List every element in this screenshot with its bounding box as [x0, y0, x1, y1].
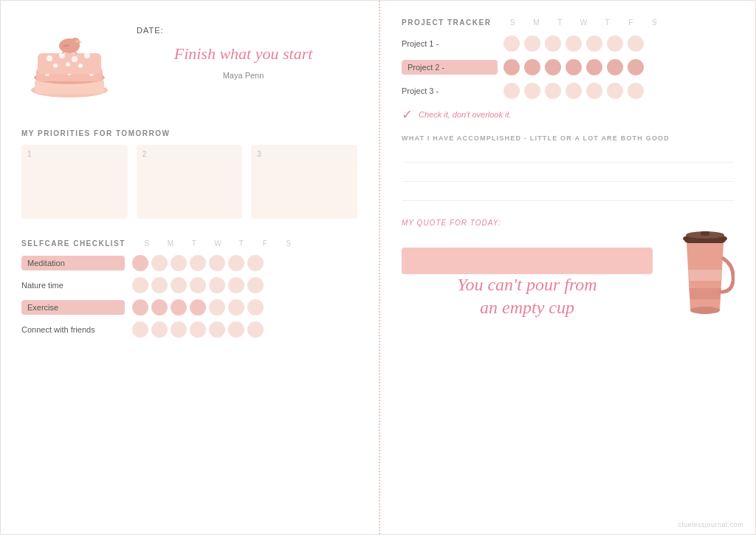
circle[interactable] [171, 299, 187, 316]
proj-circle[interactable] [524, 59, 540, 75]
coffee-cup-illustration [676, 225, 735, 329]
checkmark-icon: ✓ [402, 106, 413, 123]
proj-circle[interactable] [524, 83, 540, 99]
proj-circle[interactable] [504, 35, 520, 52]
circle[interactable] [132, 321, 148, 338]
proj-circle[interactable] [607, 35, 623, 52]
project-tracker-header: PROJECT TRACKER S M T W T F S [402, 18, 735, 27]
quote-line-1: You can't pour from [457, 275, 597, 294]
circle[interactable] [247, 255, 264, 271]
proj-circle[interactable] [586, 59, 602, 75]
circle[interactable] [171, 277, 187, 293]
circle[interactable] [151, 299, 168, 316]
svg-point-14 [53, 64, 58, 68]
proj-circle[interactable] [586, 83, 602, 99]
nature-circles [132, 277, 264, 293]
left-panel: DATE: Finish what you start Maya Penn MY… [1, 1, 378, 534]
checklist-row-exercise: Exercise [21, 299, 357, 316]
nature-label: Nature time [21, 281, 125, 290]
date-label: DATE: [137, 26, 164, 35]
circle[interactable] [132, 299, 148, 316]
circle[interactable] [228, 255, 244, 271]
project-1-circles [504, 35, 644, 52]
quote-box-area: You can't pour from an empty cup [402, 233, 735, 336]
proj-circle[interactable] [628, 59, 644, 75]
day-f1: F [257, 239, 273, 248]
checklist-row-nature: Nature time [21, 277, 357, 293]
day-t2: T [233, 239, 250, 248]
priority-num-2: 2 [142, 150, 147, 158]
project-2-label: Project 2 - [402, 60, 498, 75]
priorities-title: MY PRIORITIES FOR TOMORROW [21, 129, 357, 137]
pt-day-m: M [528, 18, 544, 27]
circle[interactable] [190, 321, 206, 338]
quote-pink-background [402, 248, 653, 274]
circle[interactable] [190, 255, 206, 271]
planner-page: DATE: Finish what you start Maya Penn MY… [0, 0, 756, 535]
proj-circle[interactable] [628, 35, 644, 52]
circle[interactable] [132, 255, 148, 271]
clothes-illustration [21, 13, 117, 109]
proj-circle[interactable] [504, 59, 520, 75]
proj-circle[interactable] [628, 83, 644, 99]
circle[interactable] [247, 321, 264, 338]
circle[interactable] [209, 277, 225, 293]
circle[interactable] [247, 299, 264, 316]
svg-point-15 [66, 62, 70, 67]
circle[interactable] [190, 299, 206, 316]
pt-day-w: W [575, 18, 591, 27]
accomplished-section: WHAT I HAVE ACCOMPLISHED - LITTLE OR A L… [402, 134, 735, 201]
pt-day-f: F [622, 18, 639, 27]
proj-circle[interactable] [545, 83, 561, 99]
proj-circle[interactable] [607, 59, 623, 75]
meditation-circles [132, 255, 264, 271]
check-text: Check it, don't overlook it. [419, 110, 512, 119]
priority-box-1[interactable]: 1 [21, 145, 128, 219]
circle[interactable] [151, 277, 168, 293]
priority-box-3[interactable]: 3 [251, 145, 357, 219]
circle[interactable] [209, 321, 225, 338]
acc-line-2[interactable] [402, 168, 735, 182]
circle[interactable] [171, 255, 187, 271]
checklist-header: SELFCARE CHECKLIST S M T W T F S [21, 239, 357, 248]
acc-line-3[interactable] [402, 188, 735, 201]
proj-circle[interactable] [566, 35, 582, 52]
circle[interactable] [228, 299, 244, 316]
day-s1: S [139, 239, 155, 248]
day-m1: M [162, 239, 179, 248]
svg-point-10 [47, 55, 52, 61]
right-panel: PROJECT TRACKER S M T W T F S Project 1 … [378, 1, 755, 534]
project-tracker-section: PROJECT TRACKER S M T W T F S Project 1 … [402, 18, 735, 134]
priority-box-2[interactable]: 2 [137, 145, 243, 219]
circle[interactable] [171, 321, 187, 338]
proj-circle[interactable] [524, 35, 540, 52]
circle[interactable] [247, 277, 264, 293]
circle[interactable] [151, 255, 168, 271]
circle[interactable] [190, 277, 206, 293]
quote-author: Maya Penn [223, 71, 264, 80]
acc-line-1[interactable] [402, 149, 735, 163]
circle[interactable] [209, 299, 225, 316]
proj-circle[interactable] [607, 83, 623, 99]
circle[interactable] [132, 277, 148, 293]
proj-circle[interactable] [566, 59, 582, 75]
proj-circle[interactable] [504, 83, 520, 99]
svg-point-16 [78, 64, 83, 68]
circle[interactable] [228, 321, 244, 338]
proj-circle[interactable] [545, 59, 561, 75]
proj-circle[interactable] [566, 83, 582, 99]
accomplished-title: WHAT I HAVE ACCOMPLISHED - LITTLE OR A L… [402, 134, 735, 142]
circle[interactable] [209, 255, 225, 271]
svg-point-13 [84, 52, 90, 58]
proj-circle[interactable] [545, 35, 561, 52]
quote-line-2: an empty cup [480, 298, 574, 317]
svg-point-12 [72, 56, 78, 62]
circle[interactable] [151, 321, 168, 338]
circle[interactable] [228, 277, 244, 293]
priority-num-3: 3 [257, 150, 261, 158]
project-row-1: Project 1 - [402, 35, 735, 52]
proj-circle[interactable] [586, 35, 602, 52]
pt-day-t1: T [551, 18, 568, 27]
check-note: ✓ Check it, don't overlook it. [402, 106, 735, 123]
meditation-label: Meditation [21, 256, 125, 270]
